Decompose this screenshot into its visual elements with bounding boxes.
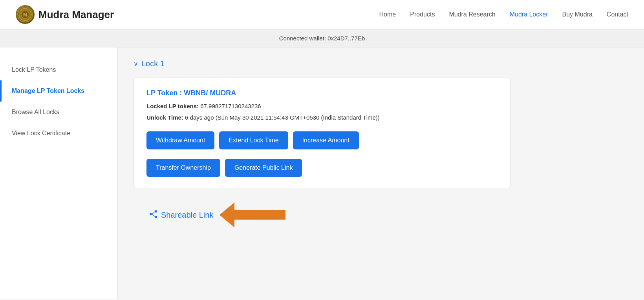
nav-buy-mudra[interactable]: Buy Mudra — [562, 11, 592, 18]
shareable-link-text: Shareable Link — [161, 211, 213, 220]
transfer-ownership-button[interactable]: Transfer Ownership — [146, 159, 220, 177]
svg-point-5 — [155, 216, 157, 218]
nav-home[interactable]: Home — [379, 11, 396, 18]
share-icon — [149, 210, 158, 220]
shareable-section: Shareable Link — [134, 202, 628, 227]
lock-card: LP Token : WBNB/ MUDRA Locked LP tokens:… — [134, 78, 510, 188]
connected-wallet-text: Connected wallet: 0x24D7..77Eb — [279, 35, 365, 42]
arrow-tail — [234, 210, 285, 220]
logo-coin-icon: M — [16, 5, 35, 24]
unlock-time-label: Unlock Time: — [146, 114, 183, 121]
shareable-link[interactable]: Shareable Link — [149, 210, 213, 220]
increase-amount-button[interactable]: Increase Amount — [293, 131, 359, 149]
arrow-head — [220, 202, 234, 227]
app-title: Mudra Manager — [38, 9, 114, 21]
sidebar: Lock LP Tokens Manage LP Token Locks Bro… — [0, 47, 118, 299]
sidebar-item-manage-lp-token-locks[interactable]: Manage LP Token Locks — [0, 80, 117, 102]
locked-lp-value: 67.9982717130243236 — [200, 103, 261, 109]
sidebar-item-view-lock-certificate[interactable]: View Lock Certificate — [0, 123, 117, 144]
unlock-time-value: 6 days ago (Sun May 30 2021 11:54:43 GMT… — [185, 114, 380, 121]
generate-public-link-button[interactable]: Generate Public Link — [225, 159, 302, 177]
extend-lock-time-button[interactable]: Extend Lock Time — [219, 131, 288, 149]
header: M Mudra Manager Home Products Mudra Rese… — [0, 0, 644, 29]
svg-point-6 — [150, 213, 152, 215]
nav-mudra-research[interactable]: Mudra Research — [449, 11, 495, 18]
sidebar-item-browse-all-locks[interactable]: Browse All Locks — [0, 102, 117, 123]
chevron-down-icon[interactable]: ∨ — [134, 60, 138, 67]
svg-point-1 — [19, 8, 31, 21]
lock-header: ∨ Lock 1 — [134, 59, 628, 68]
locked-lp-row: Locked LP tokens: 67.9982717130243236 — [146, 102, 498, 111]
svg-text:M: M — [23, 12, 27, 18]
svg-point-2 — [21, 11, 29, 18]
svg-line-7 — [152, 212, 155, 214]
left-arrow-icon — [220, 202, 285, 227]
logo-area: M Mudra Manager — [16, 5, 379, 24]
arrow-shape — [220, 202, 285, 227]
svg-point-0 — [17, 6, 33, 23]
nav-products[interactable]: Products — [410, 11, 435, 18]
unlock-time-row: Unlock Time: 6 days ago (Sun May 30 2021… — [146, 113, 498, 122]
svg-point-4 — [155, 210, 157, 213]
main-layout: Lock LP Tokens Manage LP Token Locks Bro… — [0, 47, 644, 299]
svg-line-8 — [152, 214, 155, 216]
sidebar-item-lock-lp-tokens[interactable]: Lock LP Tokens — [0, 59, 117, 80]
content-area: ∨ Lock 1 LP Token : WBNB/ MUDRA Locked L… — [118, 47, 644, 299]
locked-lp-label: Locked LP tokens: — [146, 103, 199, 109]
main-nav: Home Products Mudra Research Mudra Locke… — [379, 11, 628, 18]
action-buttons-row1: Withdraw Amount Extend Lock Time Increas… — [146, 131, 498, 149]
lp-token-link[interactable]: LP Token : WBNB/ MUDRA — [146, 89, 498, 97]
wallet-bar: Connected wallet: 0x24D7..77Eb — [0, 29, 644, 47]
nav-mudra-locker[interactable]: Mudra Locker — [510, 11, 548, 18]
nav-contact[interactable]: Contact — [607, 11, 628, 18]
withdraw-amount-button[interactable]: Withdraw Amount — [146, 131, 214, 149]
action-buttons-row2: Transfer Ownership Generate Public Link — [146, 159, 498, 177]
lock-title: Lock 1 — [141, 59, 165, 68]
